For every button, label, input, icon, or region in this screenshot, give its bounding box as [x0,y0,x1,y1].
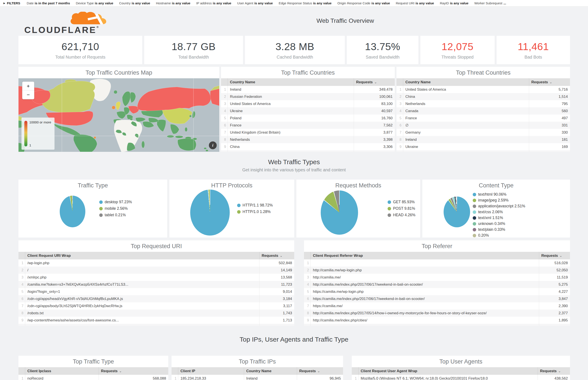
kpi-label: Saved Bandwidth [366,55,400,60]
column-header[interactable]: Requests⌄ [539,252,570,259]
column-header[interactable]: Requests⌄ [297,367,343,375]
table-row[interactable]: 8Ireland181 [397,136,570,143]
table-row[interactable]: 1Ireland349,478 [221,86,395,93]
table-row[interactable]: 4/camilia.me?token=s3+7k6XQvKwzp5/4XSs4r… [19,281,294,288]
filter-condition: is any value [450,1,468,5]
table-row[interactable]: 5France497 [397,114,570,122]
filter-item[interactable]: Worker Subrequest... [474,1,506,5]
table-row[interactable]: 6/cdn-cgi/apps/head/xVgyKhR-vV3dAUGhMqfB… [19,295,294,302]
table-row[interactable]: 5Poland16,760 [221,114,395,122]
table-cell: 331 [529,122,570,129]
column-header[interactable]: Requests⌄ [260,252,294,259]
request-methods-pie[interactable] [321,190,358,235]
filter-item[interactable]: Edge Response Statusis any value [279,1,332,5]
table-row[interactable]: 5https://camilia.me/wp-login.php4,227 [304,288,570,295]
table-row[interactable]: 7United Kingdom (Great Britain)3,877 [221,129,395,136]
table-row[interactable]: 7Germany330 [397,129,570,136]
map-title: Top Traffic Countries Map [19,67,219,78]
column-header[interactable]: Country Name [228,78,354,86]
table-row[interactable]: 10Canada3,215 [221,150,395,152]
column-header[interactable]: Client IP [178,367,244,375]
table-cell: 497 [529,114,570,122]
table-cell: Poland [228,114,354,122]
filter-item[interactable]: Device Typeis any value [76,1,113,5]
table-row[interactable]: 1185.234.218.33Ireland96,945 [172,375,343,380]
column-header[interactable]: Client Request URI Wrap [25,252,260,259]
column-header[interactable]: Requests⌄ [538,367,570,375]
legend-label: HTTP/1.1 98.72% [243,203,273,208]
table-row[interactable]: 1/wp-login.php502,848 [19,259,294,266]
table-row[interactable]: 6https://camilia.me/index.php/2017/06/17… [304,295,570,302]
table-row[interactable]: 10Singapore158 [397,150,570,152]
table-cell: 2,377 [539,309,570,317]
row-rank: 8 [397,136,403,143]
table-row[interactable]: 1noRecord568,088 [19,375,168,380]
column-header[interactable]: Requests⌄ [529,78,570,86]
filters-toggle[interactable]: ▶ FILTERS [3,1,20,5]
world-map[interactable]: + − 10000 or more 1 i [19,78,219,152]
table-row[interactable]: 4Canada560 [397,107,570,114]
table-cell: Ireland [403,136,529,143]
table-row[interactable]: 4http://camilia.me/index.php/2017/06/17/… [304,281,570,288]
table-row[interactable]: 10/wp-content/themes/ashe/style.css?v=4.… [19,324,294,326]
content-type-pie[interactable] [444,196,470,227]
column-header[interactable]: Client Request Referer Wrap [311,252,539,259]
filter-field-label: Date [27,1,34,5]
filter-item[interactable]: Origin Response Codeis any value [337,1,390,5]
table-row[interactable]: 1United States of America5,716 [397,86,570,93]
table-row[interactable]: 2/14,149 [19,266,294,274]
table-row[interactable]: 2China1,514 [397,93,570,100]
table-row[interactable]: 3/xmlrpc.php13,568 [19,274,294,281]
filter-item[interactable]: Hostnameis any value [156,1,190,5]
table-row[interactable]: 2http://camilia.me/wp-login.php52,050 [304,266,570,274]
table-row[interactable]: 1516,028 [304,259,570,266]
table-row[interactable]: 7https://camilia.me/2,390 [304,302,570,309]
filter-item[interactable]: Request URIis any value [396,1,434,5]
table-cell: http://camilia.me/ [311,274,539,281]
column-header[interactable]: Requests⌄ [99,367,168,375]
row-rank: 7 [397,129,403,136]
table-row[interactable]: 8http://camilia.me/index.php/2017/05/14/… [304,309,570,317]
row-rank: 1 [19,259,25,266]
table-row[interactable]: 10http://camilia.me/index.php/about/1,47… [304,324,570,326]
http-protocols-pie[interactable] [190,190,230,236]
table-row[interactable]: 9China3,306 [221,143,395,150]
table-row[interactable]: 9/wp-content/themes/ashe/assets/css/font… [19,317,294,324]
column-header[interactable]: Client Request User Agent Wrap [359,367,538,375]
map-zoom-in-button[interactable]: + [22,82,34,91]
filter-item[interactable]: User Agentis any value [237,1,273,5]
table-cell: http://camilia.me/wp-login.php [311,266,539,274]
table-row[interactable]: 3http://camilia.me/11,519 [304,274,570,281]
table-row[interactable]: 6∅331 [397,122,570,129]
filter-item[interactable]: Dateis in the past 7 months [27,1,70,5]
filter-item[interactable]: IP addressis any value [196,1,231,5]
table-row[interactable]: 9Ukraine169 [397,143,570,150]
table-row[interactable]: 7/cdn-cgi/apps/body/3Lh52SjWTQ4HRlErJykH… [19,302,294,309]
table-row[interactable]: 8Netherlands3,398 [221,136,395,143]
table-row[interactable]: 6France7,562 [221,122,395,129]
table-cell: United Kingdom (Great Britain) [228,129,354,136]
map-info-button[interactable]: i [209,141,217,149]
column-header[interactable]: Client Ipclass [25,367,99,375]
table-row[interactable]: 1Mozilla/5.0 (Windows NT 6.1; WOW64; rv:… [352,375,570,380]
table-row[interactable]: 3United States of America83,100 [221,100,395,107]
filter-item[interactable]: Countryis any value [119,1,150,5]
table-cell: http://camilia.me/index.php/2017/05/14/h… [311,309,539,317]
filter-field-label: IP address [196,1,212,5]
table-row[interactable]: 8/robots.txt1,743 [19,309,294,317]
table-row[interactable]: 9http://camilia.me/index.php/cities/1,89… [304,317,570,324]
legend-label: mobile 2.56% [105,206,128,211]
table-cell: 158 [529,150,570,152]
rank-column-header [221,78,228,86]
kpi-card: 3.28 MBCached Bandwidth [245,36,345,64]
traffic-type-pie[interactable] [60,196,85,227]
table-row[interactable]: 3Netherlands795 [397,100,570,107]
column-header[interactable]: Requests⌄ [354,78,395,86]
table-row[interactable]: 5/login/?login_only=19,014 [19,288,294,295]
table-row[interactable]: 2Russian Federation100,061 [221,93,395,100]
column-header[interactable]: Country Name [244,367,297,375]
column-header[interactable]: Country Name [403,78,529,86]
map-zoom-out-button[interactable]: − [22,91,34,99]
table-row[interactable]: 4Ukraine40,597 [221,107,395,114]
filter-item[interactable]: RayIDis any value [440,1,468,5]
